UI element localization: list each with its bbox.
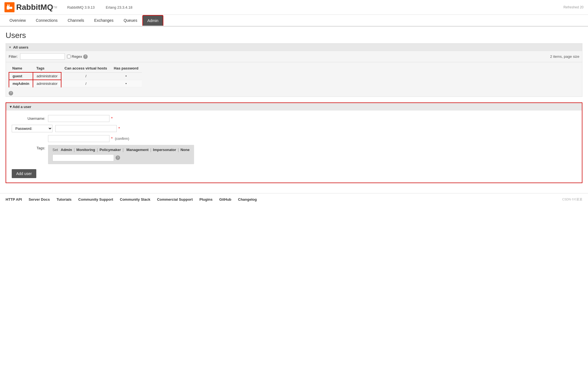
nav-item-channels[interactable]: Channels (63, 15, 89, 26)
username-row: Username: * (12, 115, 576, 122)
refresh-info: Refreshed 20 (563, 5, 584, 9)
password-type-select[interactable]: Password: Hashed password: (12, 125, 52, 132)
user-tags-cell: administrator (33, 80, 61, 87)
tags-input[interactable] (52, 154, 114, 161)
logo-tm: TM (53, 6, 57, 9)
regex-text: Regex (72, 54, 82, 59)
copyright: CSDN ©©某某 (562, 197, 582, 202)
col-password: Has password (111, 64, 142, 72)
page-size-info: 2 items, page size (550, 54, 579, 59)
tags-label: Tags: (12, 145, 45, 150)
tag-impersonator[interactable]: Impersonator (153, 148, 176, 152)
users-table: Name Tags Can access virtual hosts Has p… (9, 64, 142, 87)
nav-item-exchanges[interactable]: Exchanges (89, 15, 118, 26)
tag-none[interactable]: None (180, 148, 190, 152)
table-row[interactable]: mqAdmin administrator / • (9, 80, 142, 87)
logo-icon (4, 2, 15, 12)
add-user-label: Add a user (13, 105, 31, 109)
all-users-section: ▼ All users Filter: Regex ? 2 items, pag… (6, 43, 582, 97)
version-separator (97, 5, 99, 9)
all-users-header[interactable]: ▼ All users (6, 44, 582, 51)
header: RabbitMQ TM RabbitMQ 3.9.13 Erlang 23.3.… (0, 0, 588, 15)
filter-input[interactable] (20, 53, 65, 60)
users-table-wrapper: Name Tags Can access virtual hosts Has p… (6, 62, 582, 90)
user-has-password-cell: • (111, 80, 142, 87)
footer-plugins[interactable]: Plugins (199, 197, 212, 202)
nav-item-overview[interactable]: Overview (4, 15, 31, 26)
tags-help-icon[interactable]: ? (116, 155, 120, 160)
sep-1: | (97, 148, 98, 152)
main-nav: Overview Connections Channels Exchanges … (0, 15, 588, 27)
username-required: * (111, 116, 113, 121)
sep-4: | (178, 148, 179, 152)
sep-3: | (150, 148, 151, 152)
username-label: Username: (12, 116, 45, 121)
tags-options: Set Admin | Monitoring | Policymaker | M… (48, 145, 194, 164)
user-name-cell[interactable]: mqAdmin (9, 80, 33, 87)
add-user-header[interactable]: ▼ Add a user (6, 103, 582, 111)
footer-changelog[interactable]: Changelog (238, 197, 257, 202)
confirm-password-input[interactable] (48, 135, 109, 142)
footer-tutorials[interactable]: Tutorials (56, 197, 71, 202)
confirm-label: (confirm) (115, 136, 129, 141)
filter-help-icon[interactable]: ? (83, 54, 88, 59)
sep-2: | (123, 148, 124, 152)
add-user-arrow: ▼ (9, 105, 13, 109)
user-vhosts-cell: / (61, 80, 110, 87)
page-content: Users ▼ All users Filter: Regex ? 2 item… (0, 27, 588, 188)
table-help-icon[interactable]: ? (9, 91, 13, 95)
add-user-section: ▼ Add a user Username: * Password: Hashe… (6, 102, 582, 183)
confirm-password-row: * (confirm) (12, 135, 576, 142)
col-name: Name (9, 64, 33, 72)
user-vhosts-cell: / (61, 72, 110, 80)
user-name-cell[interactable]: guest (9, 72, 33, 80)
svg-rect-1 (7, 4, 8, 7)
regex-checkbox[interactable] (67, 55, 71, 58)
tags-section: Tags: Set Admin | Monitoring | Policymak… (12, 145, 576, 164)
svg-rect-3 (9, 7, 12, 9)
footer-github[interactable]: GitHub (219, 197, 231, 202)
col-tags: Tags (33, 64, 61, 72)
tags-set-label: Set (52, 148, 58, 152)
tags-input-row: ? (52, 154, 190, 161)
tag-monitoring[interactable]: Monitoring (77, 148, 95, 152)
footer-server-docs[interactable]: Server Docs (29, 197, 50, 202)
logo: RabbitMQ TM (4, 2, 57, 12)
footer-http-api[interactable]: HTTP API (6, 197, 22, 202)
table-row[interactable]: guest administrator / • (9, 72, 142, 80)
nav-item-admin[interactable]: Admin (142, 15, 164, 26)
confirm-required: * (111, 136, 113, 141)
tag-admin[interactable]: Admin (61, 148, 72, 152)
all-users-label: All users (13, 45, 28, 49)
filter-label: Filter: (9, 54, 18, 59)
add-user-body: Username: * Password: Hashed password: *… (6, 111, 582, 183)
footer-commercial-support[interactable]: Commercial Support (157, 197, 193, 202)
svg-rect-2 (9, 4, 9, 7)
footer-community-support[interactable]: Community Support (78, 197, 113, 202)
nav-item-connections[interactable]: Connections (31, 15, 63, 26)
tag-management[interactable]: Management (126, 148, 149, 152)
tags-links-row: Set Admin | Monitoring | Policymaker | M… (52, 148, 190, 152)
add-user-button[interactable]: Add user (12, 169, 36, 178)
user-has-password-cell: • (111, 72, 142, 80)
username-input[interactable] (48, 115, 109, 122)
page-title: Users (6, 31, 582, 40)
logo-wordmark: RabbitMQ (16, 3, 53, 12)
regex-label: Regex (67, 54, 82, 59)
rabbit-svg (6, 4, 13, 11)
nav-item-queues[interactable]: Queues (119, 15, 142, 26)
filter-row: Filter: Regex ? 2 items, page size (6, 51, 582, 62)
password-required: * (118, 126, 120, 131)
collapse-arrow: ▼ (9, 46, 11, 49)
rabbitmq-version: RabbitMQ 3.9.13 (67, 5, 95, 9)
user-tags-cell: administrator (33, 72, 61, 80)
col-vhosts: Can access virtual hosts (61, 64, 110, 72)
erlang-version: Erlang 23.3.4.18 (106, 5, 132, 9)
footer: HTTP API Server Docs Tutorials Community… (0, 193, 588, 205)
table-help: ? (6, 90, 582, 97)
footer-community-slack[interactable]: Community Slack (120, 197, 150, 202)
password-input[interactable] (55, 125, 117, 132)
tag-policymaker[interactable]: Policymaker (99, 148, 121, 152)
password-row: Password: Hashed password: * (12, 125, 576, 132)
sep-0: | (74, 148, 75, 152)
